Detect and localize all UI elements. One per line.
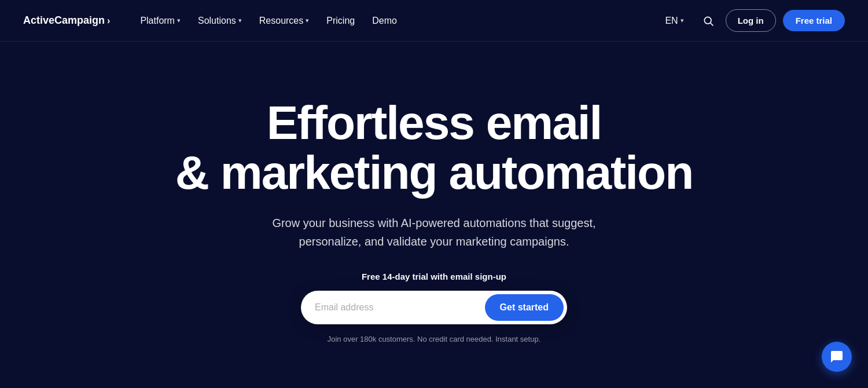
- login-button[interactable]: Log in: [726, 9, 776, 32]
- svg-line-1: [710, 23, 713, 25]
- nav-item-platform[interactable]: Platform ▾: [133, 11, 187, 31]
- trial-label: Free 14-day trial with email sign-up: [362, 272, 506, 281]
- nav-right: EN ▾ Log in Free trial: [658, 9, 845, 32]
- hero-section: Effortless email & marketing automation …: [0, 42, 868, 388]
- nav-left: ActiveCampaign › Platform ▾ Solutions ▾ …: [23, 11, 404, 31]
- search-icon: [703, 15, 714, 27]
- nav-resources-label: Resources: [259, 16, 303, 26]
- chevron-down-icon: ▾: [681, 17, 684, 24]
- nav-item-demo[interactable]: Demo: [365, 11, 404, 31]
- nav-item-solutions[interactable]: Solutions ▾: [191, 11, 249, 31]
- lang-label: EN: [665, 16, 678, 26]
- nav-demo-label: Demo: [372, 16, 397, 26]
- chevron-down-icon: ▾: [238, 17, 242, 24]
- chat-icon: [830, 350, 844, 364]
- hero-title: Effortless email & marketing automation: [175, 98, 693, 197]
- search-button[interactable]: [698, 10, 719, 31]
- language-selector[interactable]: EN ▾: [658, 11, 690, 31]
- nav-item-resources[interactable]: Resources ▾: [252, 11, 316, 31]
- svg-point-0: [704, 17, 711, 24]
- fine-print: Join over 180k customers. No credit card…: [328, 335, 541, 343]
- hero-title-line2: & marketing automation: [175, 146, 693, 199]
- logo[interactable]: ActiveCampaign ›: [23, 14, 110, 27]
- hero-subtitle: Grow your business with AI-powered autom…: [266, 214, 602, 251]
- logo-arrow: ›: [107, 16, 110, 26]
- hero-title-line1: Effortless email: [267, 96, 602, 149]
- free-trial-button[interactable]: Free trial: [783, 10, 845, 31]
- chevron-down-icon: ▾: [177, 17, 181, 24]
- nav-links: Platform ▾ Solutions ▾ Resources ▾ Prici…: [133, 11, 403, 31]
- nav-pricing-label: Pricing: [326, 16, 355, 26]
- navbar: ActiveCampaign › Platform ▾ Solutions ▾ …: [0, 0, 868, 42]
- nav-solutions-label: Solutions: [198, 16, 236, 26]
- get-started-button[interactable]: Get started: [485, 294, 564, 321]
- logo-text: ActiveCampaign: [23, 14, 105, 27]
- nav-item-pricing[interactable]: Pricing: [319, 11, 362, 31]
- email-form: Get started: [301, 291, 567, 324]
- email-input[interactable]: [315, 302, 485, 313]
- chevron-down-icon: ▾: [306, 17, 309, 24]
- nav-platform-label: Platform: [140, 16, 175, 26]
- chat-bubble-button[interactable]: [822, 342, 852, 372]
